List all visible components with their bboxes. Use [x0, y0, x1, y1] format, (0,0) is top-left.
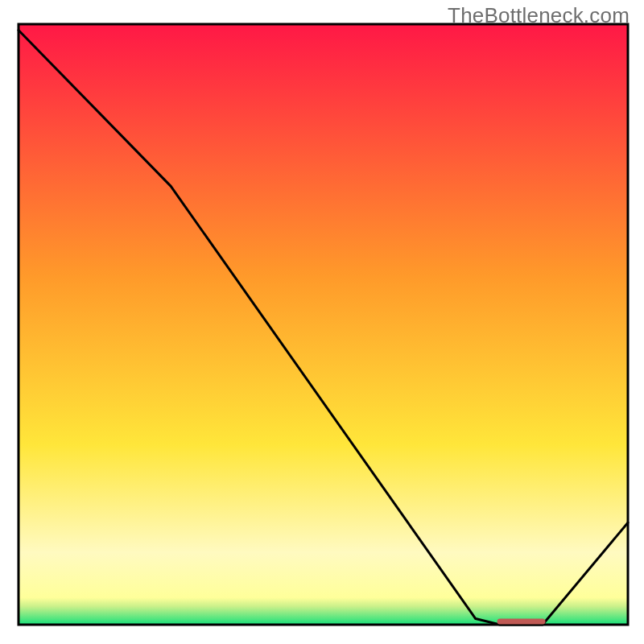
plot-background: [19, 24, 628, 625]
chart-svg: [0, 0, 644, 644]
chart-stage: TheBottleneck.com: [0, 0, 644, 644]
watermark-text: TheBottleneck.com: [448, 3, 630, 28]
